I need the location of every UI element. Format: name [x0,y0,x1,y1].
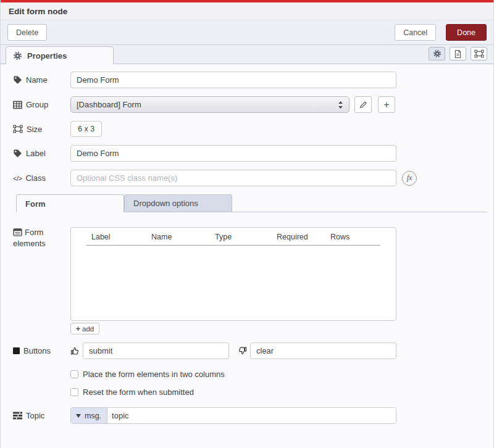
name-label-text: Name [26,75,48,85]
edit-group-button[interactable] [354,96,372,113]
table-icon [13,101,22,109]
pencil-icon [359,101,367,109]
add-group-button[interactable]: + [378,96,395,113]
column-header-name: Name [151,233,215,241]
two-columns-checkbox[interactable] [70,370,78,378]
cancel-button[interactable]: Cancel [395,24,436,41]
gear-icon [13,51,22,60]
group-field-row: Group [Dashboard] Form + [1,96,493,113]
group-label: Group [13,100,70,109]
object-group-icon [13,125,23,133]
label-input[interactable] [70,145,396,162]
thumbs-down-icon [238,346,248,355]
document-icon [454,49,462,59]
group-label-text: Group [26,100,48,109]
buttons-field-row: Buttons [1,342,493,359]
class-input[interactable] [70,170,396,186]
group-select[interactable]: [Dashboard] Form [70,96,350,113]
class-label: </> Class [13,173,70,183]
add-element-button[interactable]: + add [70,323,99,334]
topic-input[interactable] [107,408,396,423]
size-label-text: Size [27,125,42,134]
delete-button[interactable]: Delete [7,24,47,41]
label-label-text: Label [26,149,46,158]
expand-editor-button[interactable]: fx [402,171,417,186]
plus-icon: + [383,99,389,110]
add-element-row: + add [1,323,493,334]
square-icon [13,347,20,354]
tab-dropdown-options-label: Dropdown options [133,199,198,208]
topic-prefix-label: msg. [85,412,101,420]
dialog-header: Edit form node [1,2,493,20]
topic-typed-input: msg. [70,407,396,424]
tag-icon [13,149,22,158]
submit-button-label-input[interactable] [83,342,229,359]
dialog-title: Edit form node [9,7,67,16]
size-label: Size [13,125,70,134]
name-input[interactable] [70,72,396,88]
clear-button-label-input[interactable] [250,342,396,359]
form-elements-row: Form elements Label Name Type Required R… [1,227,493,321]
appearance-view-button[interactable] [471,47,487,60]
editor-tab-bar: Properties [1,45,493,64]
edit-form-node-dialog: Edit form node Delete Cancel Done Proper… [0,0,494,448]
class-label-text: Class [25,173,46,183]
column-header-label: Label [86,233,151,241]
done-button[interactable]: Done [446,24,487,41]
thumbs-up-icon [70,346,80,355]
tab-properties-label: Properties [27,51,67,60]
tasks-icon [13,412,22,420]
add-element-label: add [82,325,94,333]
column-header-required: Required [277,233,330,241]
object-group-icon [474,49,484,58]
properties-panel: Name Group [Dashboard] Form [1,64,493,424]
tab-dropdown-options[interactable]: Dropdown options [124,194,232,212]
form-tabs: Form Dropdown options [16,194,487,212]
code-icon: </> [13,175,22,182]
size-field-row: Size 6 x 3 [1,121,493,137]
form-elements-list[interactable]: Label Name Type Required Rows [70,227,396,321]
form-elements-label: Form elements [13,227,70,249]
label-field-row: Label [1,145,493,162]
buttons-label-text: Buttons [23,346,51,355]
size-button[interactable]: 6 x 3 [70,121,102,137]
tag-icon [13,75,22,85]
caret-down-icon [76,414,81,418]
topic-type-button[interactable]: msg. [71,408,107,423]
tab-properties[interactable]: Properties [6,46,114,64]
group-select-value: [Dashboard] Form [77,100,141,109]
column-header-type: Type [215,233,277,241]
reset-form-checkbox-label: Reset the form when submitted [83,388,194,397]
name-label: Name [13,75,70,85]
topic-label-text: Topic [26,411,44,420]
window-list-icon [13,228,22,236]
properties-view-button[interactable] [429,47,445,60]
tab-form[interactable]: Form [16,194,124,212]
reset-form-checkbox[interactable] [70,388,78,396]
two-columns-checkbox-label: Place the form elements in two columns [83,370,225,379]
two-columns-checkbox-row[interactable]: Place the form elements in two columns [70,370,493,379]
form-elements-header: Label Name Type Required Rows [86,228,380,246]
editor-view-switcher [429,47,487,60]
tab-form-label: Form [25,199,46,209]
buttons-label: Buttons [13,346,70,355]
toolbar-right-group: Cancel Done [395,24,487,41]
plus-icon: + [76,325,80,333]
class-field-row: </> Class fx [1,170,493,186]
dialog-toolbar: Delete Cancel Done [1,20,493,45]
column-header-rows: Rows [330,233,350,241]
select-arrows-icon [338,101,343,109]
reset-form-checkbox-row[interactable]: Reset the form when submitted [70,388,493,397]
gear-icon [433,49,442,58]
topic-label: Topic [13,411,70,420]
description-view-button[interactable] [450,47,466,60]
label-label: Label [13,149,70,158]
name-field-row: Name [1,72,493,88]
topic-field-row: Topic msg. [1,407,493,424]
